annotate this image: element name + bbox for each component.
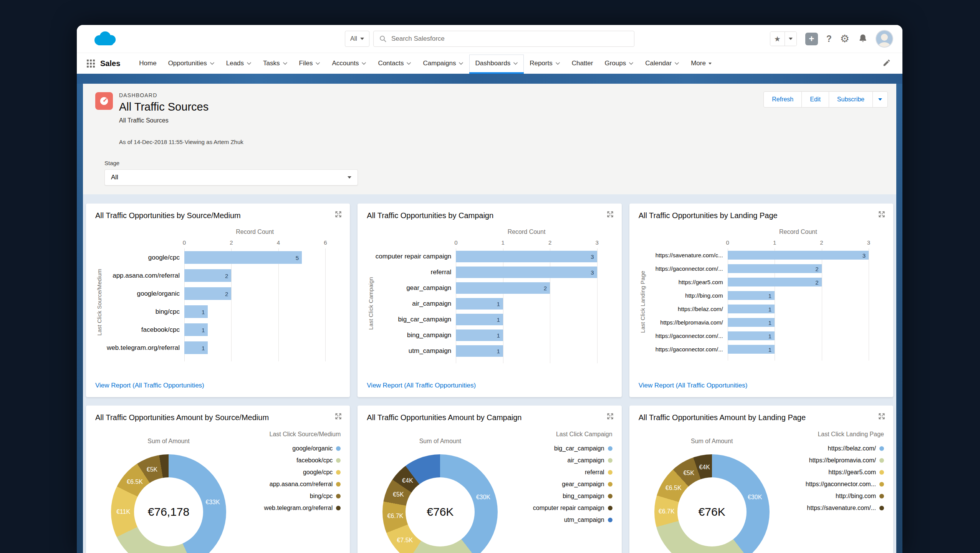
tab-contacts[interactable]: Contacts (372, 53, 417, 74)
chevron-down-icon (406, 62, 411, 65)
legend-item-label: referral (585, 469, 604, 476)
setup-gear-button[interactable]: ⚙ (840, 34, 849, 44)
bar: 3 (728, 251, 869, 260)
chevron-down-icon (709, 63, 712, 65)
dashboard-header-panel: DASHBOARD All Traffic Sources All Traffi… (83, 84, 896, 194)
edit-button[interactable]: Edit (801, 91, 829, 108)
slice-value-label: €5K (147, 466, 157, 473)
tab-chatter[interactable]: Chatter (566, 53, 599, 74)
decorative-band (77, 74, 902, 84)
refresh-button[interactable]: Refresh (763, 91, 802, 108)
dashboard-header: DASHBOARD All Traffic Sources All Traffi… (95, 92, 243, 145)
x-axis-ticks: 0123 (456, 238, 597, 248)
chevron-down-icon (513, 62, 518, 65)
legend-item: utm_campaign (533, 514, 612, 526)
legend-color-dot (879, 446, 884, 451)
chevron-down-icon (360, 38, 364, 40)
bar: 1 (456, 345, 503, 357)
search-scope-label: All (350, 35, 357, 42)
bar-category-label: https://savenature.com/c... (645, 252, 728, 258)
view-report-link[interactable]: View Report (All Traffic Opportunities) (367, 382, 476, 389)
tab-calendar[interactable]: Calendar (639, 53, 685, 74)
more-actions-button[interactable] (872, 91, 888, 108)
donut-card-body: Sum of Amount€33K€11K€6.5K€5K€76,178Last… (86, 406, 350, 553)
bar-value-label: 1 (768, 346, 771, 353)
tab-groups[interactable]: Groups (599, 53, 639, 74)
bar: 1 (728, 291, 775, 300)
stage-filter-combobox[interactable]: All (104, 169, 358, 185)
tab-home[interactable]: Home (133, 53, 162, 74)
bar-category-label: google/organic (101, 290, 184, 298)
bar-row: air_campaign1 (373, 296, 612, 311)
user-avatar[interactable] (876, 31, 892, 47)
chevron-down-icon (348, 176, 351, 179)
tab-files[interactable]: Files (293, 53, 326, 74)
bar-row: gear_campaign2 (373, 280, 612, 296)
slice-value-label: €5K (683, 470, 694, 477)
app-launcher-button[interactable] (87, 60, 95, 68)
favorites-caret-button[interactable] (785, 32, 796, 46)
tick-label: 0 (454, 239, 457, 246)
expand-button[interactable] (334, 210, 342, 219)
help-button[interactable]: ? (826, 34, 832, 44)
tick-label: 1 (773, 239, 776, 246)
tab-dashboards[interactable]: Dashboards (469, 53, 524, 74)
bar-row: utm_campaign1 (373, 343, 612, 359)
bar-category-label: web.telegram.org/referral (101, 344, 184, 352)
chevron-down-icon (674, 62, 679, 65)
view-report-link[interactable]: View Report (All Traffic Opportunities) (95, 382, 204, 389)
chevron-down-icon (283, 62, 288, 65)
expand-button[interactable] (878, 210, 886, 219)
legend-item-label: https://belpromavia.com/ (809, 457, 876, 464)
cloud-icon (91, 29, 119, 49)
quick-create-button[interactable]: + (805, 33, 818, 45)
tab-more[interactable]: More (685, 53, 717, 74)
legend-color-dot (608, 446, 612, 451)
bar-category-label: referral (373, 268, 456, 276)
dashboard-actions: Refresh Edit Subscribe (763, 91, 888, 108)
bar-value-label: 2 (815, 265, 818, 272)
legend-item: facebook/cpc (264, 454, 341, 466)
tab-accounts[interactable]: Accounts (326, 53, 372, 74)
bar-value-label: 3 (862, 252, 866, 258)
tab-campaigns[interactable]: Campaigns (417, 53, 469, 74)
object-type-label: DASHBOARD (119, 92, 243, 98)
avatar-image (881, 34, 888, 41)
legend-title: Last Click Landing Page (806, 431, 884, 438)
expand-button[interactable] (606, 210, 614, 219)
gear-icon: ⚙ (840, 33, 849, 45)
legend-item-label: https://gear5.com (828, 469, 876, 476)
tab-leads[interactable]: Leads (220, 53, 257, 74)
bar-value-label: 2 (815, 279, 818, 285)
donut-chart: €33K€11K€6.5K€5K€76,178 (111, 454, 226, 553)
card-title: All Traffic Opportunities by Landing Pag… (639, 211, 884, 220)
bar-row: https://gaconnector.com/...1 (645, 329, 884, 343)
legend-color-dot (336, 470, 341, 475)
tab-label: Campaigns (423, 60, 456, 67)
view-report-link[interactable]: View Report (All Traffic Opportunities) (639, 382, 748, 389)
global-header-icons: ★ + ? ⚙ (770, 31, 892, 47)
notifications-bell-button[interactable] (858, 33, 868, 45)
subscribe-button[interactable]: Subscribe (829, 91, 873, 108)
search-input[interactable] (391, 35, 629, 43)
bar-category-label: bing/cpc (101, 308, 184, 316)
search-scope-button[interactable]: All (345, 31, 369, 47)
legend-item-label: web.telegram.org/referral (264, 505, 333, 512)
legend-item-label: bing/cpc (310, 493, 333, 500)
bar-row: facebook/cpc1 (101, 321, 341, 339)
legend-color-dot (879, 482, 884, 487)
dashboard-main: DASHBOARD All Traffic Sources All Traffi… (77, 74, 902, 553)
tab-reports[interactable]: Reports (524, 53, 566, 74)
legend-item-label: air_campaign (568, 457, 604, 464)
legend-color-dot (879, 470, 884, 475)
tab-tasks[interactable]: Tasks (257, 53, 293, 74)
bar-category-label: computer repair campaign (373, 253, 456, 260)
legend-item-label: https://belaz.com/ (828, 445, 876, 452)
favorites-star-button[interactable]: ★ (770, 32, 785, 46)
pencil-icon (882, 59, 891, 67)
bar-category-label: air_campaign (373, 300, 456, 308)
tab-opportunities[interactable]: Opportunities (162, 53, 220, 74)
nav-edit-pencil-button[interactable] (882, 59, 891, 68)
as-of-text: As of 14-Dec-2018 11:55·Viewing as Artem… (119, 139, 243, 145)
legend-item: https://savenature.com/... (806, 502, 884, 514)
